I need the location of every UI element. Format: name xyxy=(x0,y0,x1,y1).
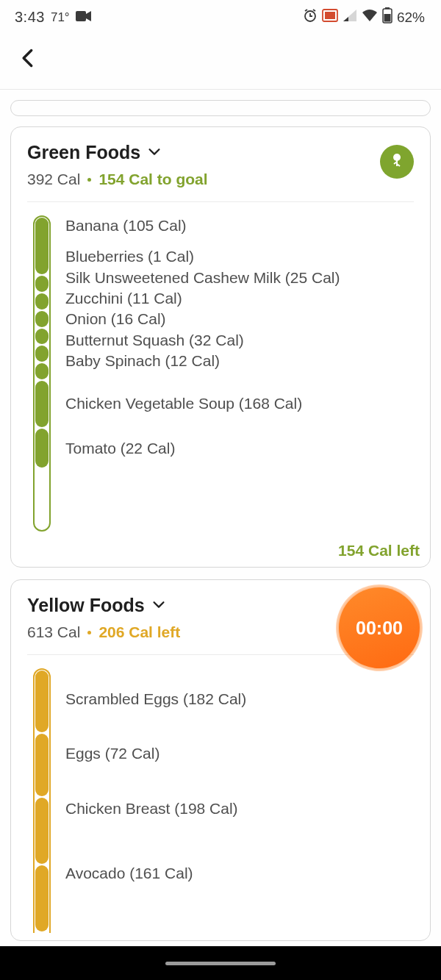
total-cal: 613 Cal xyxy=(27,623,80,641)
green-badge[interactable] xyxy=(380,145,414,179)
card-footer: 154 Cal left xyxy=(11,537,430,559)
status-right: 62% xyxy=(303,7,425,27)
food-items-list: Scrambled Eggs (182 Cal) Eggs (72 Cal) C… xyxy=(65,668,417,933)
empty-top-bar xyxy=(10,100,431,116)
cast-icon xyxy=(322,9,338,26)
food-item[interactable]: Chicken Vegetable Soup (168 Cal) xyxy=(65,393,417,414)
svg-rect-0 xyxy=(76,11,86,21)
status-bar: 3:43 71° 62% xyxy=(0,0,441,35)
chevron-down-icon xyxy=(146,143,162,162)
progress-track xyxy=(33,668,52,933)
green-foods-toggle[interactable]: Green Foods xyxy=(27,142,208,163)
total-cal: 392 Cal xyxy=(27,171,80,188)
yellow-foods-toggle[interactable]: Yellow Foods xyxy=(27,595,180,616)
status-time: 3:43 xyxy=(15,9,45,26)
nav-bar xyxy=(0,946,441,980)
card-body: Banana (105 Cal) Blueberries (1 Cal) Sil… xyxy=(11,202,430,537)
chevron-down-icon xyxy=(151,596,167,615)
food-item[interactable]: Blueberries (1 Cal) xyxy=(65,246,417,267)
timer-bubble[interactable]: 00:00 xyxy=(336,584,423,671)
green-foods-card: Green Foods 392 Cal 154 Cal to goal xyxy=(10,126,431,568)
card-title: Green Foods xyxy=(27,142,140,163)
wifi-icon xyxy=(362,9,378,26)
food-items-list: Banana (105 Cal) Blueberries (1 Cal) Sil… xyxy=(65,215,417,532)
camera-icon xyxy=(76,9,92,26)
dot-separator xyxy=(87,178,91,182)
goal-cal: 206 Cal left xyxy=(98,623,180,641)
progress-track xyxy=(33,215,52,532)
food-item[interactable]: Zucchini (11 Cal) xyxy=(65,288,417,309)
svg-rect-3 xyxy=(325,12,335,19)
food-item[interactable]: Banana (105 Cal) xyxy=(65,215,417,236)
leaf-icon xyxy=(388,151,406,172)
food-item[interactable]: Avocado (161 Cal) xyxy=(65,863,417,884)
back-button[interactable] xyxy=(18,58,38,71)
svg-rect-8 xyxy=(396,160,398,166)
timer-text: 00:00 xyxy=(356,618,403,639)
battery-text: 62% xyxy=(397,10,425,26)
food-item[interactable]: Tomato (22 Cal) xyxy=(65,438,417,459)
card-title: Yellow Foods xyxy=(27,595,145,616)
dot-separator xyxy=(87,631,91,634)
signal-icon xyxy=(343,9,357,26)
alarm-icon xyxy=(303,8,318,26)
card-subtitle: 613 Cal 206 Cal left xyxy=(27,623,180,641)
status-left: 3:43 71° xyxy=(15,9,92,26)
goal-cal: 154 Cal to goal xyxy=(98,171,207,188)
food-item[interactable]: Onion (16 Cal) xyxy=(65,309,417,329)
food-item[interactable]: Eggs (72 Cal) xyxy=(65,743,417,764)
svg-point-7 xyxy=(393,154,401,161)
nav-handle[interactable] xyxy=(165,962,276,965)
header xyxy=(0,35,441,87)
status-temp: 71° xyxy=(51,10,70,25)
food-item[interactable]: Scrambled Eggs (182 Cal) xyxy=(65,689,417,709)
food-item[interactable]: Silk Unsweetened Cashew Milk (25 Cal) xyxy=(65,268,417,288)
food-item[interactable]: Butternut Squash (32 Cal) xyxy=(65,330,417,351)
food-item[interactable]: Baby Spinach (12 Cal) xyxy=(65,351,417,371)
header-divider xyxy=(0,89,441,90)
battery-icon xyxy=(382,7,392,27)
card-body: Scrambled Eggs (182 Cal) Eggs (72 Cal) C… xyxy=(11,655,430,933)
svg-rect-6 xyxy=(384,14,390,22)
card-subtitle: 392 Cal 154 Cal to goal xyxy=(27,171,208,188)
yellow-foods-card: 00:00 Yellow Foods 613 Cal 206 Cal left xyxy=(10,579,431,941)
card-header: Green Foods 392 Cal 154 Cal to goal xyxy=(11,127,430,197)
food-item[interactable]: Chicken Breast (198 Cal) xyxy=(65,798,417,819)
